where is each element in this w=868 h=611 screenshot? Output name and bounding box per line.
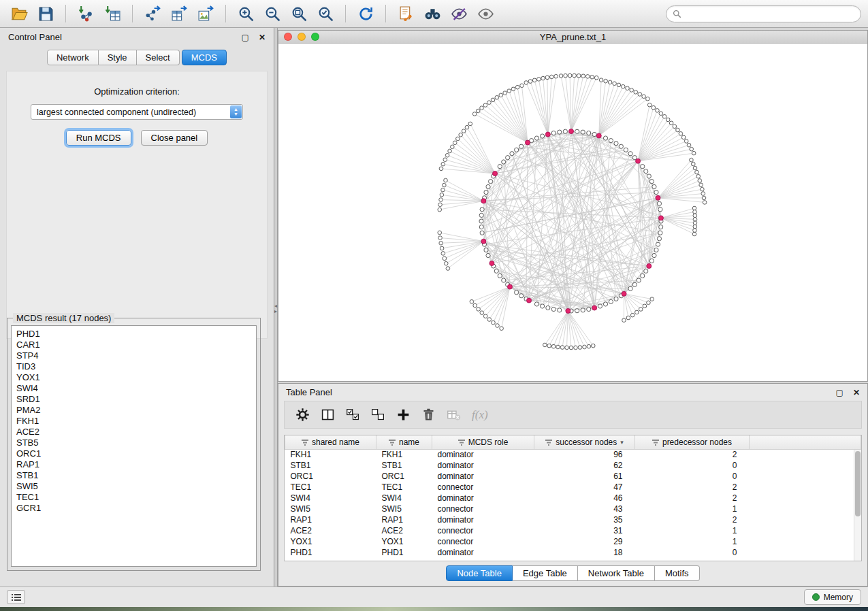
column-header-successor-nodes[interactable]: successor nodes▾ (534, 435, 635, 449)
zoom-fit-button[interactable] (287, 3, 311, 24)
mcds-hub-node[interactable] (647, 264, 652, 269)
mcds-result-item[interactable]: STB5 (16, 437, 256, 448)
network-node[interactable] (642, 95, 646, 99)
network-node[interactable] (592, 132, 596, 136)
network-node[interactable] (568, 73, 572, 78)
network-node[interactable] (519, 144, 524, 148)
log-console-button[interactable] (7, 590, 25, 604)
network-node[interactable] (574, 346, 578, 350)
network-node[interactable] (551, 344, 556, 348)
zoom-window-button[interactable] (311, 33, 319, 41)
mcds-result-list[interactable]: PHD1CAR1STP4TID3YOX1SWI4SRD1PMA2FKH1ACE2… (11, 325, 257, 567)
network-node[interactable] (540, 134, 544, 138)
network-node[interactable] (443, 158, 447, 162)
network-node[interactable] (609, 139, 613, 143)
network-node[interactable] (492, 320, 496, 325)
network-node[interactable] (551, 131, 556, 135)
network-node[interactable] (603, 302, 607, 306)
network-node[interactable] (468, 122, 472, 126)
delete-table-button[interactable] (447, 408, 461, 422)
network-node[interactable] (563, 129, 567, 133)
hide-selected-button[interactable] (447, 3, 471, 24)
network-node[interactable] (644, 169, 648, 174)
network-node[interactable] (494, 269, 498, 273)
network-node[interactable] (472, 112, 477, 116)
run-mcds-button[interactable]: Run MCDS (66, 130, 131, 146)
network-node[interactable] (484, 248, 488, 252)
network-node[interactable] (638, 93, 642, 97)
table-row[interactable]: SWI4SWI4dominator462 (285, 493, 861, 503)
network-node[interactable] (453, 141, 457, 145)
network-node[interactable] (587, 131, 591, 135)
network-node[interactable] (647, 301, 651, 305)
network-node[interactable] (681, 135, 686, 139)
network-node[interactable] (658, 231, 662, 235)
mcds-result-item[interactable]: PHD1 (16, 329, 256, 340)
network-node[interactable] (515, 291, 519, 295)
network-node[interactable] (590, 75, 594, 79)
network-node[interactable] (581, 74, 585, 78)
network-node[interactable] (502, 160, 506, 164)
network-node[interactable] (503, 91, 507, 95)
network-node[interactable] (438, 208, 442, 212)
network-node[interactable] (519, 294, 524, 298)
mcds-result-item[interactable]: YOX1 (16, 372, 256, 383)
network-node[interactable] (652, 105, 656, 110)
network-node[interactable] (693, 229, 697, 233)
network-node[interactable] (649, 180, 654, 184)
network-node[interactable] (541, 76, 545, 80)
network-node[interactable] (687, 143, 691, 147)
network-node[interactable] (587, 307, 591, 311)
network-node[interactable] (699, 183, 703, 187)
export-image-button[interactable] (193, 3, 218, 24)
mcds-result-item[interactable]: STB1 (16, 470, 256, 481)
zoom-in-button[interactable] (234, 3, 258, 24)
column-header-mcds-role[interactable]: MCDS role (432, 435, 534, 449)
network-node[interactable] (439, 167, 443, 171)
network-node[interactable] (693, 214, 697, 218)
export-network-button[interactable] (140, 3, 165, 24)
network-node[interactable] (543, 343, 547, 347)
mcds-result-item[interactable]: RAP1 (16, 459, 256, 470)
network-node[interactable] (575, 129, 579, 133)
float-table-panel-icon[interactable]: ▢ (836, 389, 843, 397)
open-button[interactable] (7, 3, 31, 24)
minimize-window-button[interactable] (298, 33, 306, 41)
export-table-button[interactable] (167, 3, 191, 24)
network-node[interactable] (690, 147, 694, 151)
refresh-button[interactable] (353, 3, 378, 24)
mcds-result-item[interactable]: GCR1 (16, 503, 256, 514)
network-node[interactable] (693, 210, 697, 214)
table-row[interactable]: YOX1YOX1connector291 (285, 536, 861, 547)
mcds-hub-node[interactable] (481, 239, 486, 244)
network-node[interactable] (476, 109, 480, 113)
network-node[interactable] (551, 307, 556, 311)
network-node[interactable] (585, 75, 590, 79)
network-node[interactable] (657, 201, 661, 205)
network-node[interactable] (693, 166, 697, 170)
network-node[interactable] (483, 314, 487, 318)
network-node[interactable] (604, 79, 608, 83)
tab-network[interactable]: Network (47, 50, 99, 65)
network-node[interactable] (641, 165, 645, 169)
table-row[interactable]: TEC1TEC1connector472 (285, 482, 861, 493)
network-node[interactable] (652, 184, 656, 188)
network-node[interactable] (609, 299, 613, 303)
network-node[interactable] (520, 84, 524, 88)
network-node[interactable] (487, 101, 492, 105)
add-column-button[interactable] (396, 408, 411, 422)
network-node[interactable] (669, 121, 673, 125)
mcds-result-item[interactable]: PMA2 (16, 405, 256, 416)
network-node[interactable] (465, 125, 469, 129)
network-node[interactable] (558, 308, 562, 312)
network-node[interactable] (639, 308, 643, 312)
network-node[interactable] (628, 286, 632, 291)
network-node[interactable] (479, 225, 483, 229)
column-header-name[interactable]: name (376, 435, 432, 449)
network-node[interactable] (498, 274, 502, 278)
scrollbar-thumb[interactable] (855, 451, 861, 516)
network-node[interactable] (626, 86, 630, 90)
network-node[interactable] (473, 303, 477, 308)
network-node[interactable] (486, 253, 490, 257)
tab-mcds[interactable]: MCDS (182, 50, 227, 65)
